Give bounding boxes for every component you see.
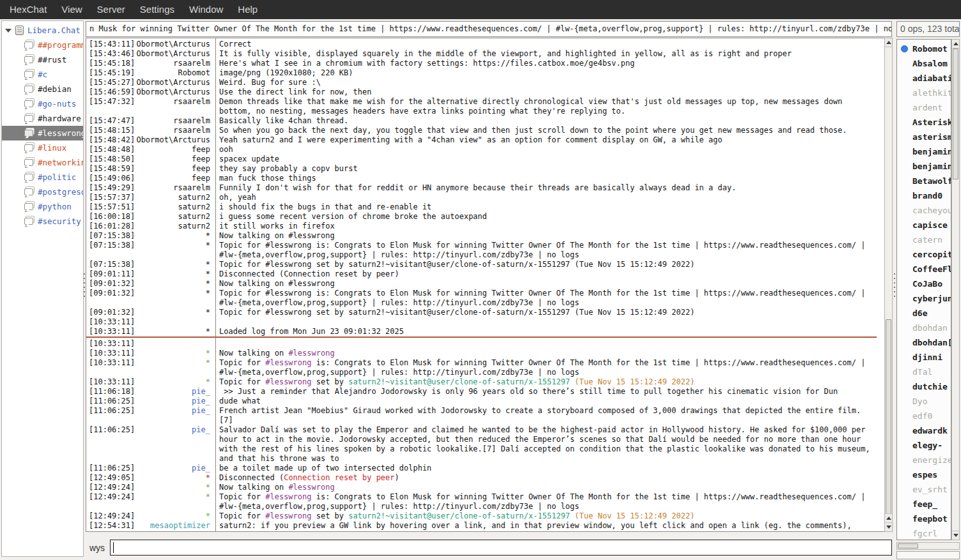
- user-dutchie[interactable]: dutchie: [897, 379, 951, 394]
- chat-scroll-up-icon[interactable]: [885, 38, 892, 47]
- message-row: [15:43:11]Obormot\ArcturusCorrect: [86, 40, 878, 49]
- user-elegy-[interactable]: elegy-: [897, 438, 951, 453]
- user-Robomot[interactable]: Robomot: [897, 42, 951, 56]
- tree-channel-postgresql[interactable]: #postgresql: [2, 185, 83, 199]
- userlist-hscrollbar-thumb[interactable]: [898, 543, 918, 549]
- userlist-scrollbar-thumb[interactable]: [953, 49, 958, 179]
- tree-channel-security[interactable]: #security: [2, 214, 83, 229]
- message-segment: (Tue Nov 15 15:12:49 2022): [574, 511, 695, 520]
- tree-channel-lesswrong[interactable]: #lesswrong: [2, 126, 83, 140]
- userlist-scroll-up-icon[interactable]: [952, 40, 959, 49]
- user-dbohdan[interactable]: dbohdan: [897, 321, 951, 335]
- tree-channel-networking[interactable]: #networking: [2, 155, 83, 170]
- tree-server-row[interactable]: Libera.Chat: [2, 23, 83, 38]
- nick: Robomot: [178, 68, 210, 78]
- message-segment: Basically like 4chan thread.: [219, 116, 348, 125]
- user-benjamini[interactable]: benjamini: [897, 144, 951, 159]
- message-segment: Salvador Dalí was set to play the Empero…: [219, 425, 875, 463]
- pane-resize-handle-right[interactable]: [894, 273, 895, 300]
- nick: Obormot\Arcturus: [136, 135, 210, 145]
- user-edwardk[interactable]: edwardk: [897, 423, 951, 438]
- message-text: Disconnected (Connection reset by peer): [210, 473, 878, 483]
- user-djinni[interactable]: djinni: [897, 350, 951, 365]
- user-alethkit[interactable]: alethkit: [897, 86, 951, 100]
- message-meta: [10:33:11]*: [86, 349, 210, 358]
- chat-area[interactable]: [15:43:11]Obormot\ArcturusCorrect[15:43:…: [86, 38, 884, 532]
- tree-channel-go-nuts[interactable]: #go-nuts: [2, 96, 83, 111]
- message-row: [10:33:11]: [86, 339, 878, 349]
- pane-resize-handle-left[interactable]: [84, 273, 85, 300]
- user-energizer[interactable]: energizer: [897, 453, 951, 467]
- message-row: [16:00:18]saturn2i guess some recent ver…: [86, 212, 878, 222]
- channel-icon: [24, 56, 33, 63]
- user-list[interactable]: RobomotAbsalomadiabaticalethkitardentAst…: [896, 39, 951, 540]
- user-fgcrl[interactable]: fgcrl: [897, 526, 951, 540]
- user-adiabatic[interactable]: adiabatic: [897, 71, 951, 86]
- channel-tree[interactable]: Libera.Chat##programming##rust#c#debian#…: [1, 20, 84, 557]
- user-nick: alethkit: [912, 88, 951, 98]
- tree-channel-politic[interactable]: #politic: [2, 170, 83, 185]
- channel-icon: [24, 130, 33, 137]
- expander-icon[interactable]: [5, 29, 12, 33]
- message-input[interactable]: [110, 540, 892, 556]
- nick: feep: [192, 145, 210, 155]
- user-ev_srht[interactable]: ev_srht: [897, 482, 951, 497]
- user-Betawolf[interactable]: Betawolf: [897, 174, 951, 188]
- channel-icon: [24, 100, 33, 107]
- user-feepbot[interactable]: feepbot: [897, 511, 951, 526]
- user-Asterisk[interactable]: Asterisk: [897, 115, 951, 130]
- tree-channel-programming[interactable]: ##programming: [2, 38, 83, 52]
- message-meta: [10:33:11]*: [86, 377, 210, 387]
- menu-window[interactable]: Window: [183, 0, 229, 19]
- chat-scrollbar[interactable]: [884, 38, 893, 532]
- user-nick: adiabatic: [912, 73, 951, 83]
- timestamp: [15:48:15]: [89, 126, 135, 135]
- user-brand0[interactable]: brand0: [897, 188, 951, 203]
- message-text: [210, 339, 878, 349]
- tree-channel-rust[interactable]: ##rust: [2, 52, 83, 67]
- menu-help[interactable]: Help: [232, 0, 263, 19]
- user-catern[interactable]: catern: [897, 232, 951, 247]
- user-feep_[interactable]: feep_: [897, 497, 951, 511]
- timestamp: [07:15:38]: [89, 241, 135, 260]
- nick: *: [206, 483, 210, 492]
- server-label: Libera.Chat: [27, 26, 81, 35]
- user-espes[interactable]: espes: [897, 467, 951, 482]
- message-text: Demon threads like that make me wish for…: [210, 97, 878, 116]
- userlist-scroll-down-icon[interactable]: [952, 531, 959, 540]
- tree-channel-debian[interactable]: #debian: [2, 82, 83, 96]
- user-benjamini[interactable]: benjamini: [897, 159, 951, 174]
- message-meta: [07:15:38]*: [86, 260, 210, 269]
- menu-server[interactable]: Server: [91, 0, 131, 19]
- user-asterisms[interactable]: asterisms: [897, 130, 951, 144]
- userlist-scrollbar[interactable]: [951, 39, 960, 540]
- menu-hexchat[interactable]: HexChat: [4, 0, 52, 19]
- user-cercopith[interactable]: cercopith: [897, 247, 951, 262]
- tree-channel-python[interactable]: #python: [2, 199, 83, 214]
- chat-scroll-up2-icon[interactable]: [885, 513, 892, 522]
- user-cacheyour[interactable]: cacheyour: [897, 203, 951, 218]
- message-segment: Here's what I see in a chromium with fac…: [219, 59, 634, 68]
- menu-settings[interactable]: Settings: [134, 0, 180, 19]
- menu-view[interactable]: View: [56, 0, 88, 19]
- user-dTal[interactable]: dTal: [897, 365, 951, 379]
- user-ardent[interactable]: ardent: [897, 100, 951, 115]
- user-Absalom[interactable]: Absalom: [897, 56, 951, 71]
- chat-scroll-down-icon[interactable]: [885, 522, 892, 531]
- timestamp: [09:01:11]: [89, 269, 135, 279]
- tree-channel-linux[interactable]: #linux: [2, 140, 83, 155]
- user-CoJaBo[interactable]: CoJaBo: [897, 276, 951, 291]
- userlist-hscrollbar[interactable]: [896, 542, 960, 550]
- user-capisce[interactable]: capisce: [897, 218, 951, 232]
- user-cyberjunk[interactable]: cyberjunk: [897, 291, 951, 306]
- user-CoffeeFlu[interactable]: CoffeeFlu: [897, 262, 951, 276]
- chat-scrollbar-thumb[interactable]: [886, 319, 891, 514]
- user-dbohdan[p[interactable]: dbohdan[p: [897, 335, 951, 350]
- user-d6e[interactable]: d6e: [897, 306, 951, 321]
- message-segment: ): [395, 473, 399, 482]
- tree-channel-hardware[interactable]: #hardware: [2, 111, 83, 126]
- user-edf0[interactable]: edf0: [897, 409, 951, 423]
- user-Dyo[interactable]: Dyo: [897, 394, 951, 409]
- topic-entry[interactable]: n Musk for winning Twitter Owner Of The …: [86, 21, 892, 37]
- tree-channel-c[interactable]: #c: [2, 67, 83, 82]
